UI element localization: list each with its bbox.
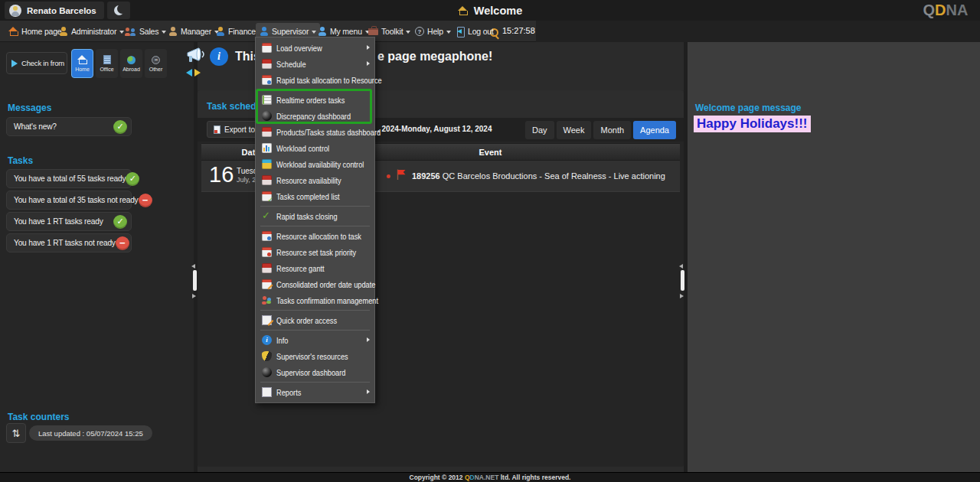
checkin-location-office[interactable]: Office <box>96 49 118 78</box>
menu-item-label: Tasks confirmation management <box>276 296 378 305</box>
nav-item-sales[interactable]: Sales <box>121 23 170 40</box>
event-id: 189256 <box>412 171 440 181</box>
checkin-location-label: Home <box>75 67 90 72</box>
menu-item-tasks-completed-list[interactable]: Tasks completed list <box>256 188 374 204</box>
checkin-location-other[interactable]: Other <box>145 49 167 78</box>
view-buttons: Day Week Month Agenda <box>525 121 676 139</box>
checkin-location-label: Other <box>149 67 163 72</box>
menu-item-rapid-task-allocation-to-resource[interactable]: Rapid task allocation to Resource <box>256 72 374 88</box>
person-duo-icon <box>216 27 225 36</box>
menu-item-label: Info <box>276 336 288 345</box>
collapse-left-arrow-icon[interactable] <box>191 264 195 269</box>
left-splitter-handle[interactable] <box>193 270 197 291</box>
menu-item-tasks-confirmation-management[interactable]: Tasks confirmation management <box>256 292 374 308</box>
play-icon <box>11 60 18 67</box>
footer-brand-q: Q <box>465 474 470 481</box>
collapse-left-arrow-icon[interactable] <box>679 264 683 269</box>
date-range: , 2024-Monday, August 12, 2024 <box>377 125 492 133</box>
menu-item-info[interactable]: Info <box>256 332 374 348</box>
menu-item-resource-set-task-priority[interactable]: Resource set task priority <box>256 244 374 260</box>
user-chip[interactable]: Renato Barcelos <box>5 2 104 19</box>
footer-brand-rest: NA.NET <box>475 474 499 481</box>
globe-icon <box>127 56 136 64</box>
menu-item-consolidated-order-date-update[interactable]: Consolidated order date update <box>256 276 374 292</box>
nav-item-label: Finance <box>228 27 256 36</box>
flag-icon <box>395 168 407 184</box>
menu-item-label: Resource availability <box>276 176 341 185</box>
menu-item-label: Quick order access <box>276 316 337 325</box>
top-bar: Renato Barcelos Welcome QDNA QA <box>0 0 980 21</box>
task-item[interactable]: You have 1 RT tasks ready✓ <box>6 212 132 231</box>
menu-item-supervisor-s-resources[interactable]: Supervisor's resources <box>256 348 374 364</box>
calendar-red-icon <box>262 127 272 137</box>
task-item[interactable]: You have 1 RT tasks not ready− <box>6 233 132 252</box>
calendar-check-icon <box>262 191 272 201</box>
menu-item-label: Realtime orders tasks <box>276 96 345 105</box>
nav-item-help[interactable]: Help <box>411 23 455 40</box>
menu-item-workload-availability-control[interactable]: Workload availability control <box>256 156 374 172</box>
nav-item-label: Supervisor <box>272 27 309 36</box>
event-title: QC Barcelos Broductions - Sea of Realnes… <box>440 171 665 181</box>
nav-item-label: Log out <box>468 27 494 36</box>
checkin-location-home[interactable]: Home <box>71 49 93 78</box>
check-circle-icon: ✓ <box>126 172 139 186</box>
menu-item-label: Resource allocation to task <box>276 232 361 241</box>
chevron-down-icon <box>446 31 451 36</box>
menu-item-products-tasks-status-dashboard[interactable]: Products/Tasks status dashboard <box>256 124 374 140</box>
checkin-location-label: Office <box>100 67 113 72</box>
megaphone-icon <box>185 46 208 69</box>
menu-item-label: Resource set task priority <box>276 248 356 257</box>
menu-item-quick-order-access[interactable]: Quick order access <box>256 312 374 328</box>
view-button-month[interactable]: Month <box>593 121 631 139</box>
menu-item-rapid-tasks-closing[interactable]: Rapid tasks closing <box>256 208 374 224</box>
message-item[interactable]: What's new?✓ <box>6 117 132 136</box>
menu-item-reports[interactable]: Reports <box>256 384 374 400</box>
checkin-location-abroad[interactable]: Abroad <box>120 49 142 78</box>
expand-right-arrow-icon[interactable] <box>192 294 196 298</box>
nav-item-label: Help <box>427 27 443 36</box>
supervisor-dropdown-menu: Load overviewScheduleRapid task allocati… <box>255 37 375 403</box>
refresh-button[interactable]: ⇅ <box>6 423 26 443</box>
menu-item-discrepancy-dashboard[interactable]: Discrepancy dashboard <box>256 108 374 124</box>
submenu-arrow-icon <box>367 61 370 66</box>
check-in-button[interactable]: Check in from <box>6 52 67 74</box>
menu-item-label: Rapid tasks closing <box>276 212 338 221</box>
expand-right-arrow-icon[interactable] <box>680 294 684 298</box>
minus-circle-icon: − <box>139 194 152 207</box>
house-icon <box>8 27 18 36</box>
menu-item-load-overview[interactable]: Load overview <box>256 40 374 56</box>
page-title: Welcome <box>474 5 522 17</box>
logout-icon <box>455 27 465 36</box>
minus-circle-icon: − <box>116 236 129 250</box>
right-splitter-handle[interactable] <box>681 270 684 291</box>
menu-item-resource-availability[interactable]: Resource availability <box>256 172 374 188</box>
task-item[interactable]: You have a total of 35 tasks not ready− <box>6 191 132 210</box>
page-icon <box>262 387 272 397</box>
nav-item-administrator[interactable]: Administrator <box>55 23 128 40</box>
shield-icon <box>262 351 272 361</box>
welcome-message-text: Happy Holidays!!! <box>694 116 811 132</box>
dark-mode-toggle[interactable] <box>107 2 130 19</box>
office-building-icon <box>103 55 111 64</box>
check-green-icon <box>262 211 272 221</box>
submenu-arrow-icon <box>367 45 370 50</box>
view-button-agenda[interactable]: Agenda <box>633 121 676 139</box>
menu-item-supervisor-dashboard[interactable]: Supervisor dashboard <box>256 364 374 380</box>
folder-chart-icon <box>262 159 272 169</box>
menu-item-realtime-orders-tasks[interactable]: Realtime orders tasks <box>256 92 374 108</box>
menu-item-schedule[interactable]: Schedule <box>256 56 374 72</box>
view-button-week[interactable]: Week <box>557 121 592 139</box>
menu-item-resource-allocation-to-task[interactable]: Resource allocation to task <box>256 228 374 244</box>
welcome-header: Welcome <box>0 0 980 21</box>
check-in-label: Check in from <box>21 59 64 67</box>
calendar-red-icon <box>262 175 272 185</box>
prev-arrow-icon[interactable] <box>186 69 192 77</box>
menu-item-workload-control[interactable]: Workload control <box>256 140 374 156</box>
view-button-day[interactable]: Day <box>525 121 554 139</box>
people-icon <box>125 27 136 36</box>
next-arrow-icon[interactable] <box>194 69 201 77</box>
task-item[interactable]: You have a total of 55 tasks ready✓ <box>6 169 132 188</box>
nav-item-log-out[interactable]: Log out <box>451 23 498 40</box>
logo-line1: QDNA <box>919 2 972 18</box>
menu-item-resource-gantt[interactable]: Resource gantt <box>256 260 374 276</box>
